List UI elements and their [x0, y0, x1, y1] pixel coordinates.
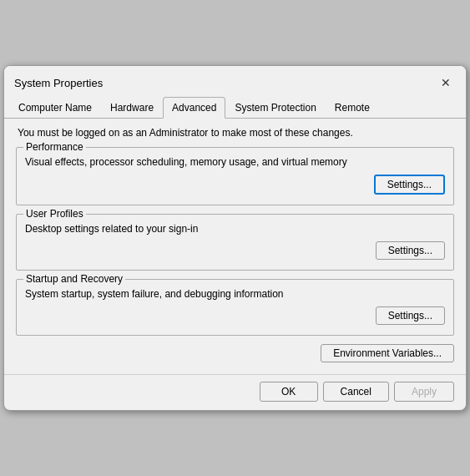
performance-desc: Visual effects, processor scheduling, me…: [25, 156, 445, 168]
tab-remote[interactable]: Remote: [326, 97, 379, 119]
performance-group: Performance Visual effects, processor sc…: [16, 147, 454, 205]
user-profiles-desc: Desktop settings related to your sign-in: [25, 223, 445, 235]
user-profiles-settings-row: Settings...: [25, 241, 445, 260]
user-profiles-group: User Profiles Desktop settings related t…: [16, 214, 454, 271]
apply-button[interactable]: Apply: [394, 382, 454, 402]
user-profiles-group-label: User Profiles: [23, 208, 86, 220]
performance-settings-row: Settings...: [25, 175, 445, 195]
tab-system-protection[interactable]: System Protection: [225, 97, 325, 119]
performance-settings-button[interactable]: Settings...: [374, 175, 445, 195]
cancel-button[interactable]: Cancel: [323, 382, 389, 402]
tab-computer-name[interactable]: Computer Name: [9, 97, 101, 119]
performance-group-label: Performance: [23, 141, 86, 153]
startup-recovery-desc: System startup, system failure, and debu…: [25, 288, 445, 300]
startup-recovery-settings-button[interactable]: Settings...: [376, 306, 445, 325]
tab-content: You must be logged on as an Administrato…: [4, 119, 466, 374]
tab-advanced[interactable]: Advanced: [163, 97, 225, 119]
admin-info-text: You must be logged on as an Administrato…: [16, 127, 454, 139]
window-title: System Properties: [14, 77, 103, 89]
ok-button[interactable]: OK: [260, 382, 318, 402]
environment-variables-button[interactable]: Environment Variables...: [321, 344, 454, 362]
system-properties-window: System Properties ✕ Computer Name Hardwa…: [3, 65, 467, 411]
title-bar: System Properties ✕: [4, 66, 466, 96]
startup-recovery-group-label: Startup and Recovery: [23, 273, 125, 285]
tab-bar: Computer Name Hardware Advanced System P…: [4, 96, 466, 119]
footer: OK Cancel Apply: [4, 374, 466, 410]
close-button[interactable]: ✕: [436, 73, 456, 93]
user-profiles-settings-button[interactable]: Settings...: [376, 241, 445, 260]
tab-hardware[interactable]: Hardware: [101, 97, 163, 119]
startup-recovery-group: Startup and Recovery System startup, sys…: [16, 279, 454, 336]
env-variables-row: Environment Variables...: [16, 344, 454, 362]
startup-recovery-settings-row: Settings...: [25, 306, 445, 325]
